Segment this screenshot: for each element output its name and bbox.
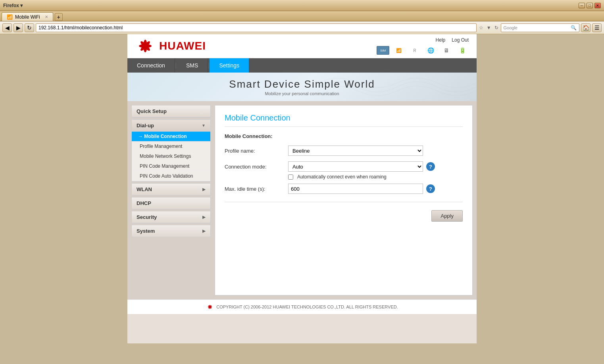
form-divider [225,202,463,202]
help-link[interactable]: Help [436,37,446,43]
sidebar-section-quicksetup: Quick Setup [131,105,211,118]
tab-settings[interactable]: Settings [210,58,249,73]
content-panel: Mobile Connection Mobile Connection: Pro… [215,105,473,295]
connection-mode-help-button[interactable]: ? [426,162,435,171]
site-footer: COPYRIGHT (C) 2006-2012 HUAWEI TECHNOLOG… [127,299,477,314]
search-engine-label: Google [504,25,517,30]
connection-mode-label: Connection mode: [225,164,288,170]
max-idle-row: Max. idle time (s): ? [225,184,463,194]
roaming-label-text: Automatically connect even when roaming [297,174,387,180]
refresh-icon[interactable]: ↻ [494,24,499,31]
roaming-checkbox[interactable] [288,174,293,180]
site-header: HUAWEI Help Log Out SIM 📶 R 🌐 🖥 🔋 [127,34,477,58]
title-bar-controls: ─ □ ✕ [579,3,601,8]
bookmark-icon[interactable]: ▼ [486,24,492,31]
header-links: Help Log Out [436,37,469,43]
sidebar-security-header[interactable]: Security ▶ [131,211,211,223]
page-title: Mobile Connection [225,113,463,127]
maximize-button[interactable]: □ [587,3,593,8]
firefox-label: Firefox ▾ [3,3,23,8]
address-bar[interactable] [38,25,474,31]
dialup-arrow-icon: ▼ [202,123,206,128]
logo-area: HUAWEI [135,38,206,54]
status-icons: SIM 📶 R 🌐 🖥 🔋 [377,46,469,55]
sidebar-item-pin-code-management[interactable]: PIN Code Management [132,161,210,171]
max-idle-label: Max. idle time (s): [225,186,288,192]
nav-tabs: Connection | SMS | Settings [127,58,477,73]
sidebar-item-profile-management[interactable]: Profile Management [132,142,210,151]
sidebar-wlan-header[interactable]: WLAN ▶ [131,183,211,195]
roaming-icon: R [408,46,421,55]
page-body: HUAWEI Help Log Out SIM 📶 R 🌐 🖥 🔋 [0,34,604,343]
sidebar-section-dialup: Dial-up ▼ Mobile Connection Profile Mana… [131,119,211,182]
signal-strength-icon: 📶 [392,46,405,55]
roaming-row: Automatically connect even when roaming [288,174,463,180]
tab-close-icon[interactable]: ✕ [45,15,48,19]
apply-button[interactable]: Apply [431,210,463,222]
profile-name-control: Beeline [288,146,463,156]
site-wrapper: HUAWEI Help Log Out SIM 📶 R 🌐 🖥 🔋 [127,34,477,343]
main-area: Quick Setup Dial-up ▼ Mobile Connection … [127,101,477,299]
system-arrow-icon: ▶ [202,229,206,233]
huawei-logo-icon [135,38,155,54]
sidebar-item-mobile-network-settings[interactable]: Mobile Network Settings [132,151,210,161]
browser-chrome: Firefox ▾ ─ □ ✕ 📶 Mobile WiFi ✕ + ◀ ▶ ↻ … [0,0,604,34]
globe-icon: 🌐 [424,46,437,55]
footer-logo-icon [206,304,214,310]
back-button[interactable]: ◀ [2,23,12,32]
hero-banner: Smart Device Simple World Mobilize your … [127,73,477,101]
search-input[interactable] [519,25,571,31]
sidebar: Quick Setup Dial-up ▼ Mobile Connection … [131,105,211,295]
form-section-title: Mobile Connection: [225,133,463,139]
search-icon[interactable]: 🔍 [571,25,577,31]
sidebar-item-pin-code-auto-validation[interactable]: PIN Code Auto Validation [132,171,210,181]
sidebar-dialup-header[interactable]: Dial-up ▼ [132,120,210,132]
profile-name-label: Profile name: [225,148,288,154]
sidebar-quick-setup[interactable]: Quick Setup [132,105,210,117]
tab-bar: 📶 Mobile WiFi ✕ + [0,11,604,21]
max-idle-input[interactable] [288,184,423,194]
security-arrow-icon: ▶ [202,215,206,219]
menu-button[interactable]: ☰ [592,23,602,32]
logout-link[interactable]: Log Out [452,37,469,43]
search-bar: Google 🔍 [501,23,579,32]
profile-name-select[interactable]: Beeline [288,146,423,156]
tab-sms[interactable]: SMS [177,58,208,73]
footer-text: COPYRIGHT (C) 2006-2012 HUAWEI TECHNOLOG… [216,305,398,309]
max-idle-help-button[interactable]: ? [426,184,435,193]
sim-status-icon: SIM [377,46,389,55]
hero-decoration [318,73,477,101]
tab-connection[interactable]: Connection [127,58,175,73]
tab-title: Mobile WiFi [15,14,40,20]
new-tab-button[interactable]: + [55,13,63,21]
sidebar-item-mobile-connection[interactable]: Mobile Connection [132,132,210,142]
connection-mode-control: Auto Manual Always on ? [288,161,463,172]
sidebar-system-header[interactable]: System ▶ [131,225,211,237]
roaming-checkbox-label: Automatically connect even when roaming [288,174,387,180]
minimize-button[interactable]: ─ [579,3,585,8]
wlan-arrow-icon: ▶ [202,187,206,192]
forward-button[interactable]: ▶ [13,23,23,32]
max-idle-control: ? [288,184,463,194]
huawei-logo-text: HUAWEI [159,40,206,52]
home-button[interactable]: 🏠 [581,23,591,32]
close-button[interactable]: ✕ [594,3,601,8]
browser-tab[interactable]: 📶 Mobile WiFi ✕ [2,12,53,21]
sidebar-dhcp-header[interactable]: DHCP [131,197,211,209]
header-right: Help Log Out SIM 📶 R 🌐 🖥 🔋 [377,37,469,55]
battery-icon: 🔋 [456,46,469,55]
navigation-bar: ◀ ▶ ↻ ☆ ▼ ↻ Google 🔍 🏠 ☰ [0,21,604,34]
star-icon[interactable]: ☆ [478,24,484,31]
monitor-icon: 🖥 [440,46,453,55]
connection-mode-select[interactable]: Auto Manual Always on [288,161,423,172]
title-bar: Firefox ▾ ─ □ ✕ [0,0,604,11]
form-actions: Apply [225,210,463,222]
tab-icon: 📶 [7,14,13,20]
address-bar-wrapper [36,23,477,32]
reload-button[interactable]: ↻ [25,23,34,32]
connection-mode-row: Connection mode: Auto Manual Always on ? [225,161,463,172]
profile-name-row: Profile name: Beeline [225,146,463,156]
